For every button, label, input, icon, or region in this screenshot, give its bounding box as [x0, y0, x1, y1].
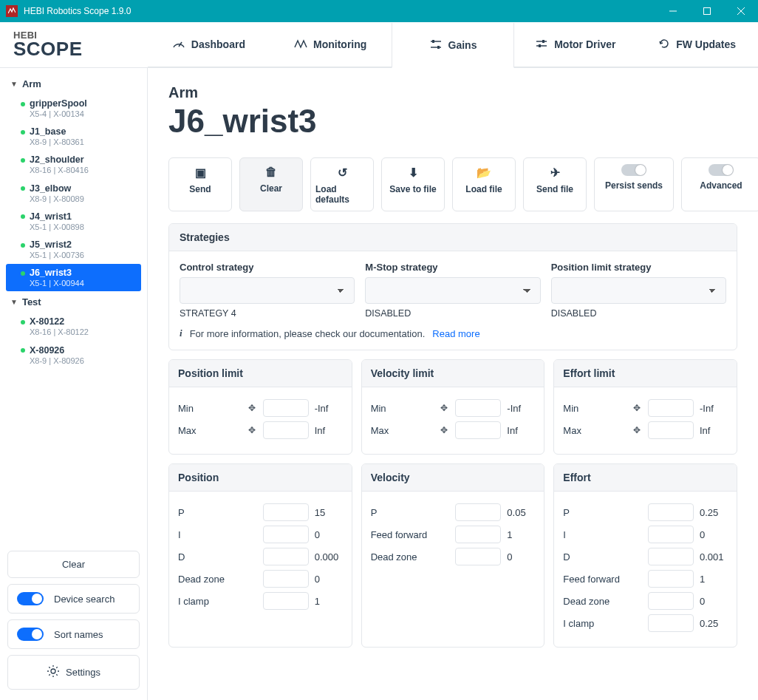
tree-group-arm[interactable]: ▼ Arm: [3, 74, 144, 94]
tab-motor-driver[interactable]: Motor Driver: [514, 22, 636, 67]
tab-label: Motor Driver: [554, 38, 615, 50]
device-search-toggle[interactable]: Device search: [7, 584, 140, 614]
effort-d-input[interactable]: [648, 548, 694, 565]
status-dot-icon: [21, 158, 25, 163]
sidebar-clear-button[interactable]: Clear: [7, 551, 140, 578]
group-label: Test: [22, 296, 41, 307]
effort-iclamp-input[interactable]: [648, 614, 694, 632]
monitoring-icon: [294, 38, 307, 51]
tab-dashboard[interactable]: Dashboard: [148, 22, 270, 67]
tree-item[interactable]: J5_wrist2X5-1 | X-00736: [6, 236, 141, 263]
send-file-button[interactable]: ✈Send file: [523, 157, 587, 211]
velocity-gains-card: Velocity P0.05 Feed forward1 Dead zone0: [361, 463, 545, 648]
load-defaults-button[interactable]: ↺Load defaults: [310, 157, 374, 211]
sidebar: ▼ Arm gripperSpoolX5-4 | X-00134 J1_base…: [0, 68, 148, 700]
info-icon: i: [180, 327, 182, 339]
control-strategy-select[interactable]: [180, 277, 355, 304]
dashboard-icon: [172, 38, 185, 51]
read-more-link[interactable]: Read more: [432, 328, 479, 339]
sort-names-toggle[interactable]: Sort names: [7, 619, 140, 649]
app-icon: [6, 5, 18, 17]
status-dot-icon: [21, 348, 25, 353]
poslimit-strategy-value: DISABLED: [551, 308, 726, 319]
position-deadzone-input[interactable]: [263, 570, 309, 588]
position-iclamp-input[interactable]: [263, 592, 309, 610]
sidebar-settings-button[interactable]: Settings: [7, 655, 140, 690]
tree-item[interactable]: J3_elbowX8-9 | X-80089: [6, 180, 141, 207]
effort-limit-max-input[interactable]: [648, 421, 694, 439]
tree-item[interactable]: J1_baseX8-9 | X-80361: [6, 123, 141, 150]
toggle-label: Sort names: [54, 629, 103, 640]
effort-i-input[interactable]: [648, 526, 694, 543]
effort-p-input[interactable]: [648, 503, 694, 521]
reset-icon[interactable]: ✥: [632, 403, 642, 413]
undo-icon: ↺: [338, 166, 347, 180]
effort-deadzone-input[interactable]: [648, 592, 694, 610]
tree-item[interactable]: gripperSpoolX5-4 | X-00134: [6, 95, 141, 122]
close-button[interactable]: [724, 0, 758, 22]
velocity-limit-max-input[interactable]: [455, 421, 501, 439]
position-p-input[interactable]: [263, 503, 309, 521]
reset-icon[interactable]: ✥: [247, 425, 257, 435]
card-title: Velocity limit: [362, 360, 544, 387]
send-button[interactable]: ▣Send: [168, 157, 232, 211]
tree-item[interactable]: J4_wrist1X5-1 | X-00898: [6, 208, 141, 235]
chevron-down-icon: ▼: [10, 298, 18, 306]
tree-item[interactable]: X-80926X8-9 | X-80926: [6, 341, 141, 369]
tree-item[interactable]: J6_wrist3X5-1 | X-00944: [6, 264, 141, 291]
fw-updates-icon: [658, 38, 670, 52]
topbar: HEBI SCOPE Dashboard Monitoring Gains Mo…: [0, 22, 758, 68]
effort-ff-input[interactable]: [648, 570, 694, 588]
device-tree: ▼ Arm gripperSpoolX5-4 | X-00134 J1_base…: [3, 74, 144, 546]
maximize-button[interactable]: [690, 0, 724, 22]
save-to-file-button[interactable]: ⬇Save to file: [381, 157, 445, 211]
position-i-input[interactable]: [263, 526, 309, 543]
position-limit-max-input[interactable]: [263, 421, 309, 439]
reset-icon[interactable]: ✥: [439, 425, 449, 435]
velocity-deadzone-input[interactable]: [455, 548, 501, 565]
effort-limit-min-input[interactable]: [648, 399, 694, 417]
svg-point-13: [51, 669, 55, 673]
position-gains-card: Position P15 I0 D0.000 Dead zone0 I clam…: [168, 463, 352, 648]
panel-title: Strategies: [169, 224, 737, 251]
svg-rect-12: [539, 44, 541, 47]
status-dot-icon: [21, 271, 25, 276]
content: Arm J6_wrist3 ▣Send 🗑Clear ↺Load default…: [148, 68, 758, 700]
tree-item[interactable]: X-80122X8-16 | X-80122: [6, 313, 141, 340]
position-limit-min-input[interactable]: [263, 399, 309, 417]
brand: HEBI SCOPE: [0, 22, 148, 67]
status-dot-icon: [21, 320, 25, 324]
load-file-button[interactable]: 📂Load file: [452, 157, 516, 211]
info-text: For more information, please check our d…: [190, 328, 426, 339]
tab-monitoring[interactable]: Monitoring: [270, 22, 392, 67]
gains-icon: [429, 38, 443, 52]
mstop-strategy-select[interactable]: [365, 277, 540, 304]
velocity-p-input[interactable]: [455, 503, 501, 521]
reset-icon[interactable]: ✥: [632, 425, 642, 435]
strategies-info: i For more information, please check our…: [180, 327, 726, 339]
advanced-toggle[interactable]: Advanced: [681, 157, 758, 211]
group-label: Arm: [22, 78, 41, 89]
minimize-button[interactable]: [656, 0, 690, 22]
tab-fw-updates[interactable]: FW Updates: [636, 22, 758, 67]
gains-row: Position P15 I0 D0.000 Dead zone0 I clam…: [168, 463, 737, 648]
tree-group-test[interactable]: ▼ Test: [3, 292, 144, 312]
strategies-panel: Strategies Control strategy STRATEGY 4 M…: [168, 223, 737, 350]
download-icon: ⬇: [409, 166, 418, 180]
tab-gains[interactable]: Gains: [392, 23, 515, 68]
persist-sends-toggle[interactable]: Persist sends: [594, 157, 674, 211]
position-d-input[interactable]: [263, 548, 309, 565]
gear-icon: [47, 665, 60, 680]
clear-button[interactable]: 🗑Clear: [239, 157, 303, 211]
reset-icon[interactable]: ✥: [439, 403, 449, 413]
poslimit-strategy-select[interactable]: [551, 277, 726, 304]
reset-icon[interactable]: ✥: [247, 403, 257, 413]
limits-row: Position limit Min✥-Inf Max✥Inf Velocity…: [168, 359, 737, 455]
velocity-limit-min-input[interactable]: [455, 399, 501, 417]
paper-plane-icon: ✈: [550, 166, 560, 180]
effort-gains-card: Effort P0.25 I0 D0.001 Feed forward1 Dea…: [553, 463, 737, 648]
svg-rect-1: [704, 8, 711, 15]
card-title: Effort limit: [554, 360, 737, 387]
tree-item[interactable]: J2_shoulderX8-16 | X-80416: [6, 151, 141, 178]
velocity-ff-input[interactable]: [455, 526, 501, 543]
